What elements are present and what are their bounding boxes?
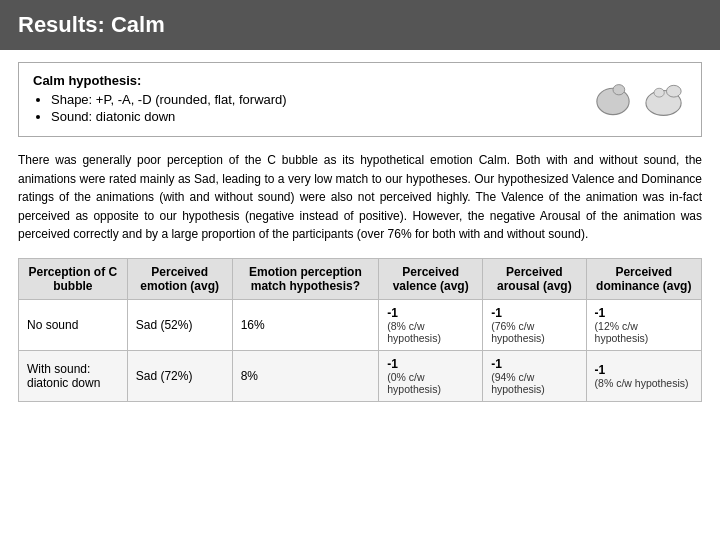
cell-arousal: -1(76% c/w hypothesis) [483,299,586,350]
hypothesis-list: Shape: +P, -A, -D (rounded, flat, forwar… [33,92,287,124]
main-content: Calm hypothesis: Shape: +P, -A, -D (roun… [0,50,720,414]
table-row: With sound: diatonic downSad (72%)8%-1(0… [19,350,702,401]
bubble-svg-1 [591,78,635,122]
page-header: Results: Calm [0,0,720,50]
cell-match: 16% [232,299,379,350]
col-header-4: Perceived arousal (avg) [483,258,586,299]
col-header-0: Perception of C bubble [19,258,128,299]
svg-point-3 [666,85,681,97]
cell-valence: -1(0% c/w hypothesis) [379,350,483,401]
hypothesis-item-2: Sound: diatonic down [51,109,287,124]
cell-arousal: -1(94% c/w hypothesis) [483,350,586,401]
hypothesis-box: Calm hypothesis: Shape: +P, -A, -D (roun… [18,62,702,137]
col-header-2: Emotion perception match hypothesis? [232,258,379,299]
cell-emotion: Sad (72%) [127,350,232,401]
svg-point-1 [613,84,625,94]
hypothesis-title: Calm hypothesis: [33,73,287,88]
table-row: No soundSad (52%)16%-1(8% c/w hypothesis… [19,299,702,350]
col-header-1: Perceived emotion (avg) [127,258,232,299]
cell-dominance: -1(12% c/w hypothesis) [586,299,701,350]
hypothesis-text: Calm hypothesis: Shape: +P, -A, -D (roun… [33,73,287,126]
col-header-5: Perceived dominance (avg) [586,258,701,299]
results-table: Perception of C bubble Perceived emotion… [18,258,702,402]
bubble-svg-2 [643,78,687,122]
svg-point-4 [654,88,664,97]
page-title: Results: Calm [18,12,165,37]
cell-perception: With sound: diatonic down [19,350,128,401]
cell-emotion: Sad (52%) [127,299,232,350]
col-header-3: Perceived valence (avg) [379,258,483,299]
description-text: There was generally poor perception of t… [18,151,702,244]
table-header-row: Perception of C bubble Perceived emotion… [19,258,702,299]
cell-valence: -1(8% c/w hypothesis) [379,299,483,350]
cell-dominance: -1(8% c/w hypothesis) [586,350,701,401]
cell-match: 8% [232,350,379,401]
cell-perception: No sound [19,299,128,350]
hypothesis-item-1: Shape: +P, -A, -D (rounded, flat, forwar… [51,92,287,107]
bubble-images [591,78,687,122]
